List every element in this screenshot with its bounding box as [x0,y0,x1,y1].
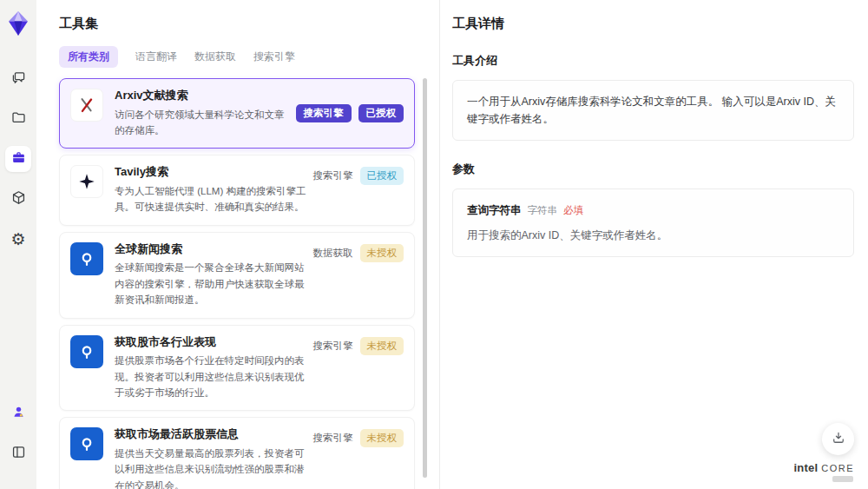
tool-name: 获取市场最活跃股票信息 [115,427,308,441]
param-box: 查询字符串 字符串 必填 用于搜索的Arxiv ID、关键字或作者姓名。 [452,188,854,257]
tool-name: 全球新闻搜索 [115,242,308,256]
download-icon [831,430,846,449]
status-badge: 未授权 [360,244,404,262]
news-search-icon [70,242,103,275]
category-label: 数据获取 [313,247,353,260]
person-icon [10,404,27,424]
category-tabs: 所有类别 语言翻译 数据获取 搜索引擎 [59,46,439,68]
download-button[interactable] [822,423,854,455]
arxiv-icon [70,89,103,122]
finance-icon [70,427,103,460]
tool-list-pane: 工具集 所有类别 语言翻译 数据获取 搜索引擎 Arxiv文献搜索 访问各个研究… [36,0,439,489]
tool-detail-pane: 工具详情 工具介绍 一个用于从Arxiv存储库搜索科学论文和文章的工具。 输入可… [439,0,868,489]
cube-icon [10,189,27,209]
tool-description: 全球新闻搜索是一个聚合全球各大新闻网站内容的搜索引擎，帮助用户快速获取全球最新资… [115,260,308,307]
folder-icon [10,109,27,129]
briefcase-icon [10,149,27,169]
tab-search-engine[interactable]: 搜索引擎 [253,46,295,68]
tool-card-most-active-stocks[interactable]: 获取市场最活跃股票信息 提供当天交易量最高的股票列表，投资者可以利用这些信息来识… [59,417,415,489]
intro-heading: 工具介绍 [452,53,854,69]
sidebar-item-tools[interactable] [5,146,31,172]
tool-card-global-news[interactable]: 全球新闻搜索 全球新闻搜索是一个聚合全球各大新闻网站内容的搜索引擎，帮助用户快速… [59,232,415,319]
status-badge: 未授权 [360,337,404,355]
tool-description: 访问各个研究领域大量科学论文和文章的存储库。 [115,107,291,139]
tab-language-translation[interactable]: 语言翻译 [135,46,177,68]
tool-card-arxiv[interactable]: Arxiv文献搜索 访问各个研究领域大量科学论文和文章的存储库。 搜索引擎 已授… [59,78,415,149]
sidebar-item-files[interactable] [5,106,31,132]
tool-intro-box: 一个用于从Arxiv存储库搜索科学论文和文章的工具。 输入可以是Arxiv ID… [452,80,854,141]
app-window: ⚙ 工具集 所有类别 语言翻译 数据获取 搜索引擎 [0,0,868,489]
category-label: 搜索引擎 [313,432,353,445]
core-wordmark: CORE [821,463,854,473]
tab-data-acquisition[interactable]: 数据获取 [194,46,236,68]
param-description: 用于搜索的Arxiv ID、关键字或作者姓名。 [467,227,839,244]
page-title: 工具集 [59,16,439,32]
tool-card-sector-performance[interactable]: 获取股市各行业表现 提供股票市场各个行业在特定时间段内的表现。投资者可以利用这些… [59,325,415,412]
tool-description: 提供股票市场各个行业在特定时间段内的表现。投资者可以利用这些信息来识别表现优于或… [115,353,308,400]
param-name: 查询字符串 [467,202,522,219]
tool-intro-text: 一个用于从Arxiv存储库搜索科学论文和文章的工具。 输入可以是Arxiv ID… [467,96,836,125]
status-badge: 未授权 [360,429,404,447]
params-heading: 参数 [452,162,854,177]
list-scrollbar[interactable] [423,78,427,478]
app-logo-icon [7,10,30,36]
detail-title: 工具详情 [452,16,854,32]
tool-description: 专为人工智能代理 (LLM) 构建的搜索引擎工具。可快速提供实时、准确和真实的结… [115,183,308,215]
param-required-badge: 必填 [563,202,583,218]
intel-sub-badge [832,476,853,482]
finance-icon [70,335,103,368]
user-avatar[interactable] [5,400,31,426]
status-badge: 已授权 [358,104,404,122]
intel-core-logo: intel CORE [793,461,854,482]
gear-icon: ⚙ [10,231,25,248]
category-label: 搜索引擎 [313,169,353,182]
tool-card-list: Arxiv文献搜索 访问各个研究领域大量科学论文和文章的存储库。 搜索引擎 已授… [59,78,415,489]
tool-card-tavily[interactable]: Tavily搜索 专为人工智能代理 (LLM) 构建的搜索引擎工具。可快速提供实… [59,155,415,225]
category-label: 搜索引擎 [313,340,353,353]
category-badge: 搜索引擎 [296,104,352,122]
tavily-icon [70,165,103,198]
chat-icon [10,69,27,89]
sidebar-item-settings[interactable]: ⚙ [5,226,31,252]
panel-toggle-icon [10,444,27,464]
tool-name: Tavily搜索 [115,165,308,179]
tool-name: 获取股市各行业表现 [115,335,308,349]
tool-name: Arxiv文献搜索 [115,89,291,102]
left-sidebar: ⚙ [0,0,36,489]
sidebar-item-chat[interactable] [5,66,31,92]
tab-all-categories[interactable]: 所有类别 [59,46,118,68]
intel-wordmark: intel [793,461,818,474]
param-type: 字符串 [528,202,558,218]
sidebar-item-models[interactable] [5,186,31,212]
collapse-sidebar-button[interactable] [5,440,31,466]
tool-description: 提供当天交易量最高的股票列表，投资者可以利用这些信息来识别流动性强的股票和潜在的… [115,446,308,489]
status-badge: 已授权 [360,167,404,185]
